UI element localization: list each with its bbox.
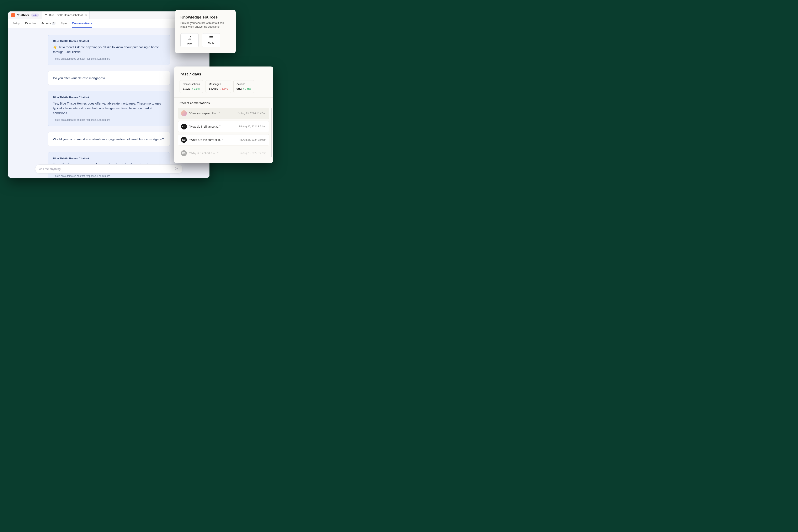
recent-title: Recent conversations [174,101,273,108]
subnav-actions[interactable]: Actions 3 [41,19,56,28]
svg-rect-8 [209,38,211,38]
bot-icon [44,14,48,17]
message-footer: This is an automated chatbot response. L… [53,57,165,60]
conversation-text: "How do I refinance a..." [189,125,236,128]
svg-rect-10 [209,39,211,39]
knowledge-buttons: File Table [180,33,230,48]
stats-card: Past 7 days Conversations3,127↑ 7.9%Mess… [174,66,273,163]
beta-badge: beta [31,14,39,17]
stat-delta-up: ↑ 7.9% [192,87,200,90]
table-icon [209,36,213,40]
knowledge-table-button[interactable]: Table [202,33,220,48]
chat-input[interactable] [39,167,175,171]
message-body: Do you offer variable-rate mortgages? [53,76,165,80]
tab-chatbot[interactable]: Blue Thistle Homes Chatbot × [42,12,90,19]
chat-input-bar [35,164,183,173]
user-message: Do you offer variable-rate mortgages? [48,71,170,85]
message-sender: Blue Thistle Homes Chatbot [53,39,165,43]
message-footer: This is an automated chatbot response. L… [53,118,165,121]
conversation-item[interactable]: KC"How do I refinance a..."Fri Aug 25, 2… [178,121,269,132]
stat-value: 14,489 [209,87,218,90]
stat-label: Conversations [183,82,200,86]
message-body: Yes, Blue Thistle Homes does offer varia… [53,101,165,116]
conversation-item[interactable]: KC"Why is it called a w..."Fri Aug 25, 2… [178,148,269,159]
bot-message: Blue Thistle Homes Chatbot👋 Hello there!… [48,35,170,65]
conversation-time: Fri Aug 25, 2024 10:47am [238,112,266,115]
message-sender: Blue Thistle Homes Chatbot [53,157,165,160]
stat-label: Messages [209,82,228,86]
avatar: KC [181,150,187,156]
svg-rect-11 [211,39,213,39]
avatar: KC [181,137,187,143]
stat-value: 992 [236,87,242,90]
file-icon [187,36,192,41]
conversation-item[interactable]: "Can you explain the..."Fri Aug 25, 2024… [178,108,269,119]
stat-delta-down: ↓ 1.1% [220,87,228,90]
svg-rect-6 [209,36,211,37]
subnav-style[interactable]: Style [60,19,67,28]
knowledge-title: Knowledge sources [180,15,230,20]
svg-rect-9 [211,38,213,38]
stat-value: 3,127 [183,87,191,90]
conversation-item[interactable]: KC"What are the current in..."Fri Aug 25… [178,134,269,146]
learn-more-link[interactable]: Learn more [97,118,110,121]
message-footer: This is an automated chatbot response. L… [53,174,165,177]
avatar: KC [181,124,187,130]
message-body: Would you recommend a fixed-rate mortgag… [53,137,165,141]
tab-title: Blue Thistle Homes Chatbot [49,14,83,17]
subnav-setup[interactable]: Setup [13,19,20,28]
svg-rect-0 [45,14,47,16]
titlebar-left: Chatbots beta [8,12,42,19]
conversation-text: "Can you explain the..." [189,112,235,115]
file-label: File [187,42,192,45]
message-sender: Blue Thistle Homes Chatbot [53,96,165,99]
conversation-time: Fri Aug 25, 2024 8:52am [239,125,266,128]
message-body: 👋 Hello there! Ask me anything you'd lik… [53,45,165,54]
svg-rect-7 [211,36,213,37]
stat-card: Messages14,489↓ 1.1% [206,80,231,93]
stat-card: Actions992↑ 7.9% [233,80,254,93]
stat-label: Actions [236,82,251,86]
conversation-text: "What are the current in..." [189,138,236,141]
app-icon [11,13,15,17]
stat-card: Conversations3,127↑ 7.9% [179,80,203,93]
learn-more-link[interactable]: Learn more [97,174,110,177]
stat-delta-up: ↑ 7.9% [243,87,251,90]
conversation-time: Fri Aug 25, 2024 8:50am [239,138,266,141]
learn-more-link[interactable]: Learn more [97,57,110,60]
user-message: Would you recommend a fixed-rate mortgag… [48,132,170,146]
stats-title: Past 7 days [179,72,268,76]
knowledge-sources-card: Knowledge sources Provide your chatbot w… [175,10,236,53]
app-title: Chatbots [17,14,29,17]
conversation-time: Fri Aug 25, 2022 8:27am [239,152,266,155]
subnav-conversations[interactable]: Conversations [72,19,92,28]
divider [174,97,273,98]
subnav-directive[interactable]: Directive [25,19,36,28]
actions-count-badge: 3 [52,22,56,25]
knowledge-subtitle: Provide your chatbot with data it can in… [180,21,230,29]
conversation-text: "Why is it called a w..." [189,152,236,155]
send-icon[interactable] [175,167,179,171]
svg-point-1 [45,15,46,15]
tab-close-icon[interactable]: × [85,14,87,17]
bot-message: Blue Thistle Homes ChatbotYes, Blue This… [48,91,170,126]
avatar [181,110,187,116]
tab-add-button[interactable]: + [90,13,96,17]
table-label: Table [208,42,214,45]
knowledge-file-button[interactable]: File [180,33,199,48]
svg-point-2 [46,15,46,15]
